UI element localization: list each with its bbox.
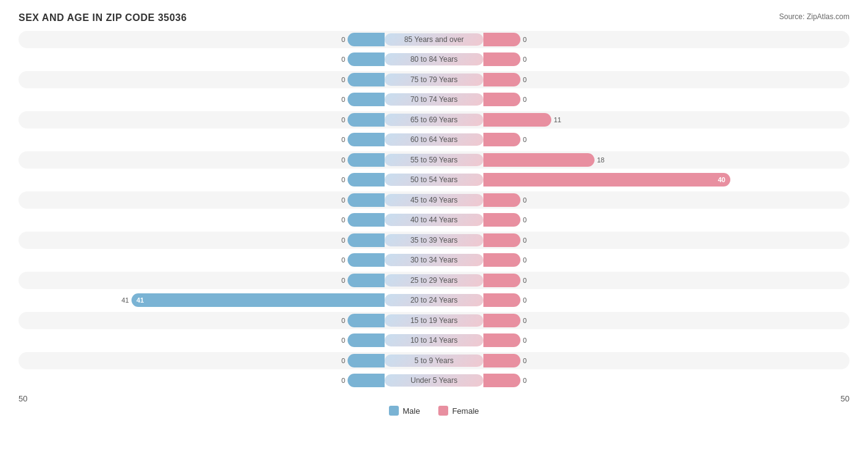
bar-row: 040 to 44 Years0 (19, 211, 849, 228)
male-value: 0 (327, 357, 345, 364)
female-bar (483, 333, 520, 347)
male-bar (348, 33, 385, 46)
female-value: 0 (523, 317, 541, 324)
age-range-label: 60 to 64 Years (385, 133, 483, 146)
male-value: 0 (327, 216, 345, 224)
age-range-label: 70 to 74 Years (385, 93, 483, 106)
axis-row: 50 50 (19, 394, 849, 403)
female-value: 0 (523, 377, 541, 384)
female-bar (483, 153, 595, 167)
right-section: 0 (483, 52, 849, 66)
female-bar (483, 193, 520, 207)
male-bar (348, 314, 385, 327)
female-bar (483, 293, 520, 307)
female-bar-value: 40 (718, 176, 725, 183)
female-bar (483, 233, 520, 247)
male-value: 0 (327, 317, 345, 324)
left-section: 0 (19, 33, 385, 46)
male-value: 0 (327, 156, 345, 164)
axis-left: 50 (19, 394, 56, 403)
male-bar (348, 153, 385, 167)
right-section: 0 (483, 314, 849, 327)
source-label: Source: ZipAtlas.com (779, 12, 849, 21)
male-legend-box (389, 406, 399, 416)
male-bar (348, 213, 385, 227)
bar-row: 045 to 49 Years0 (19, 191, 849, 209)
chart-area: 085 Years and over0080 to 84 Years0075 t… (19, 31, 849, 414)
right-section: 0 (483, 33, 849, 46)
right-section: 0 (483, 333, 849, 347)
left-section: 0 (19, 133, 385, 146)
right-section: 11 (483, 113, 849, 127)
female-bar (483, 274, 520, 287)
left-section: 0 (19, 274, 385, 287)
male-value: 0 (327, 96, 345, 103)
right-section: 0 (483, 133, 849, 146)
female-bar (483, 253, 520, 267)
bar-row: 035 to 39 Years0 (19, 232, 849, 249)
left-section: 0 (19, 173, 385, 187)
right-section: 0 (483, 274, 849, 287)
left-section: 0 (19, 193, 385, 207)
male-bar (348, 354, 385, 367)
female-value: 0 (523, 96, 541, 103)
female-value: 18 (597, 156, 616, 164)
bar-row: 070 to 74 Years0 (19, 91, 849, 108)
right-section: 4040 (483, 173, 849, 187)
female-value: 0 (523, 296, 541, 304)
female-legend-box (438, 406, 448, 416)
age-range-label: 15 to 19 Years (385, 314, 483, 327)
male-bar: 41 (131, 293, 385, 307)
female-value: 0 (523, 237, 541, 244)
male-bar (348, 52, 385, 66)
female-legend-label: Female (452, 406, 478, 416)
left-section: 0 (19, 52, 385, 66)
age-range-label: 75 to 79 Years (385, 73, 483, 86)
age-range-label: 35 to 39 Years (385, 234, 483, 246)
female-value: 0 (523, 56, 541, 63)
right-section: 0 (483, 213, 849, 227)
female-value: 0 (523, 357, 541, 364)
bar-row: 05 to 9 Years0 (19, 352, 849, 369)
female-value: 0 (523, 277, 541, 284)
female-bar: 40 (483, 173, 730, 187)
chart-container: SEX AND AGE IN ZIP CODE 35036 Source: Zi… (0, 0, 868, 457)
rows-container: 085 Years and over0080 to 84 Years0075 t… (19, 31, 849, 389)
male-value: 0 (327, 56, 345, 63)
bar-row: 015 to 19 Years0 (19, 312, 849, 329)
female-bar (483, 354, 520, 367)
female-bar (483, 133, 520, 146)
left-section: 0 (19, 314, 385, 327)
right-section: 0 (483, 73, 849, 86)
left-section: 0 (19, 333, 385, 347)
right-section: 0 (483, 354, 849, 367)
male-value: 0 (327, 76, 345, 83)
age-range-label: 30 to 34 Years (385, 254, 483, 266)
age-range-label: 45 to 49 Years (385, 194, 483, 206)
left-section: 0 (19, 113, 385, 127)
age-range-label: 65 to 69 Years (385, 114, 483, 126)
right-section: 0 (483, 253, 849, 267)
female-bar (483, 374, 520, 387)
female-bar (483, 213, 520, 227)
female-value: 0 (523, 216, 541, 224)
bar-row: 414120 to 24 Years0 (19, 291, 849, 309)
bar-row: 050 to 54 Years4040 (19, 171, 849, 188)
left-section: 0 (19, 253, 385, 267)
legend: Male Female (19, 406, 849, 416)
bar-row: 025 to 29 Years0 (19, 272, 849, 289)
female-bar (483, 314, 520, 327)
age-range-label: Under 5 Years (385, 374, 483, 387)
male-value: 0 (327, 176, 345, 183)
age-range-label: 55 to 59 Years (385, 154, 483, 166)
left-section: 0 (19, 233, 385, 247)
female-value: 0 (523, 136, 541, 143)
bar-row: 085 Years and over0 (19, 31, 849, 48)
male-value: 0 (327, 256, 345, 264)
female-value: 0 (523, 196, 541, 204)
left-section: 0 (19, 73, 385, 86)
left-section: 0 (19, 354, 385, 367)
bar-row: 030 to 34 Years0 (19, 251, 849, 269)
age-range-label: 80 to 84 Years (385, 53, 483, 65)
axis-right: 50 (812, 394, 849, 403)
